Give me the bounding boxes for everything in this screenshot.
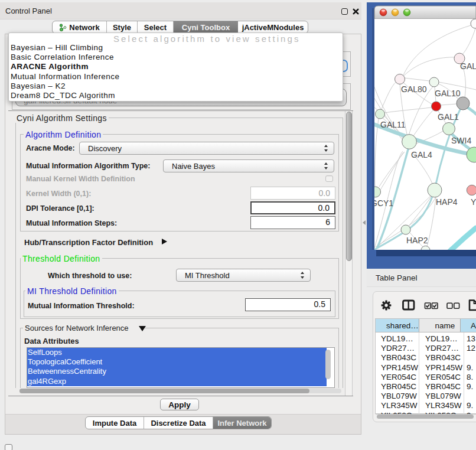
svg-text:Y: Y [471,197,476,207]
svg-text:GAL1: GAL1 [438,112,459,122]
svg-text:GAL: GAL [460,61,476,71]
svg-text:GAL10: GAL10 [435,89,461,98]
svg-text:HAP4: HAP4 [436,197,458,207]
svg-text:SWI4: SWI4 [451,136,471,145]
svg-text:GAL80: GAL80 [401,84,427,94]
svg-text:GAL4: GAL4 [411,150,432,159]
svg-text:HAP2: HAP2 [406,236,428,245]
svg-text:GAL11: GAL11 [380,120,406,129]
